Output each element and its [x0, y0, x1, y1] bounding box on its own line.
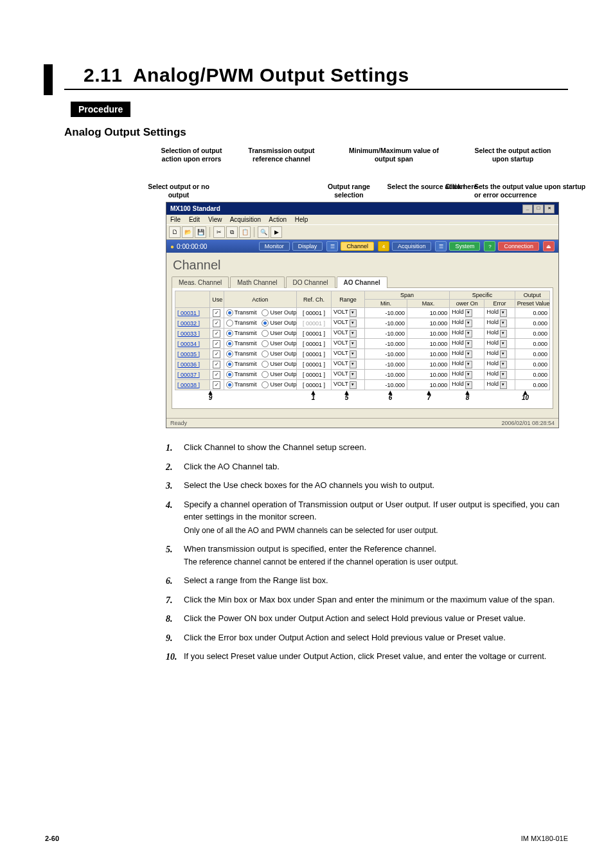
cell-ref[interactable]: [ 00001 ] [296, 359, 331, 370]
open-icon[interactable]: 📂 [182, 226, 193, 238]
cell-error[interactable]: Hold▾ [484, 380, 515, 390]
tab-math-channel[interactable]: Math Channel [230, 276, 284, 288]
cell-channel[interactable]: [ 00035 ] [175, 349, 210, 359]
menu-action[interactable]: Action [269, 216, 287, 223]
cell-ref[interactable]: [ 00001 ] [296, 329, 331, 339]
cell-preset[interactable]: 0.000 [515, 380, 549, 390]
cell-use[interactable]: ✓ [210, 349, 224, 359]
cell-min[interactable]: -10.000 [365, 380, 407, 390]
cell-use[interactable]: ✓ [210, 308, 224, 318]
cell-poweron[interactable]: Hold▾ [450, 370, 484, 380]
cell-error[interactable]: Hold▾ [484, 370, 515, 380]
nav-display-icon[interactable]: ☰ [326, 241, 338, 251]
cell-channel[interactable]: [ 00037 ] [175, 370, 210, 380]
cell-max[interactable]: 10.000 [407, 370, 450, 380]
menu-view[interactable]: View [208, 216, 222, 223]
nav-conn-icon[interactable]: ⏏ [543, 241, 555, 251]
tab-do-channel[interactable]: DO Channel [286, 276, 335, 288]
cell-channel[interactable]: [ 00032 ] [175, 318, 210, 329]
cell-min[interactable]: -10.000 [365, 329, 407, 339]
cell-action[interactable]: Transmit User Output [224, 318, 296, 329]
cell-channel[interactable]: [ 00034 ] [175, 339, 210, 349]
cell-error[interactable]: Hold▾ [484, 308, 515, 318]
cell-error[interactable]: Hold▾ [484, 359, 515, 370]
cell-action[interactable]: Transmit User Output [224, 359, 296, 370]
tab-meas-channel[interactable]: Meas. Channel [172, 276, 229, 288]
cell-action[interactable]: Transmit User Output [224, 349, 296, 359]
nav-system-icon[interactable]: ? [484, 241, 495, 251]
copy-icon[interactable]: ⧉ [226, 226, 238, 238]
cell-range[interactable]: VOLT▾ [332, 349, 365, 359]
cell-preset[interactable]: 0.000 [515, 370, 549, 380]
cell-min[interactable]: -10.000 [365, 318, 407, 329]
cell-preset[interactable]: 0.000 [515, 349, 549, 359]
close-button[interactable]: × [544, 204, 555, 213]
cell-min[interactable]: -10.000 [365, 359, 407, 370]
cell-use[interactable]: ✓ [210, 359, 224, 370]
cell-preset[interactable]: 0.000 [515, 308, 549, 318]
cell-use[interactable]: ✓ [210, 318, 224, 329]
cell-use[interactable]: ✓ [210, 339, 224, 349]
cell-action[interactable]: Transmit User Output [224, 339, 296, 349]
cell-max[interactable]: 10.000 [407, 349, 450, 359]
cell-range[interactable]: VOLT▾ [332, 370, 365, 380]
nav-monitor[interactable]: Monitor [259, 242, 290, 251]
cell-action[interactable]: Transmit User Output [224, 370, 296, 380]
cell-range[interactable]: VOLT▾ [332, 308, 365, 318]
menu-file[interactable]: File [170, 216, 181, 223]
tab-ao-channel[interactable]: AO Channel [337, 276, 387, 288]
cell-poweron[interactable]: Hold▾ [450, 308, 484, 318]
menu-help[interactable]: Help [295, 216, 308, 223]
cell-poweron[interactable]: Hold▾ [450, 349, 484, 359]
cell-error[interactable]: Hold▾ [484, 329, 515, 339]
nav-connection[interactable]: Connection [498, 242, 539, 251]
cell-action[interactable]: Transmit User Output [224, 380, 296, 390]
nav-acq-icon[interactable]: ☰ [435, 241, 447, 251]
nav-channel[interactable]: Channel [341, 242, 374, 251]
cell-error[interactable]: Hold▾ [484, 339, 515, 349]
cell-min[interactable]: -10.000 [365, 370, 407, 380]
cell-max[interactable]: 10.000 [407, 359, 450, 370]
nav-display[interactable]: Display [292, 242, 323, 251]
maximize-button[interactable]: □ [533, 204, 544, 213]
cell-max[interactable]: 10.000 [407, 308, 450, 318]
cell-min[interactable]: -10.000 [365, 349, 407, 359]
search-icon[interactable]: 🔍 [258, 226, 269, 238]
cell-poweron[interactable]: Hold▾ [450, 359, 484, 370]
cell-min[interactable]: -10.000 [365, 339, 407, 349]
save-icon[interactable]: 💾 [195, 226, 206, 238]
nav-channel-icon[interactable]: 4 [378, 241, 389, 251]
cell-preset[interactable]: 0.000 [515, 359, 549, 370]
menu-acquisition[interactable]: Acquisition [230, 216, 261, 223]
cell-range[interactable]: VOLT▾ [332, 339, 365, 349]
cell-range[interactable]: VOLT▾ [332, 318, 365, 329]
cell-poweron[interactable]: Hold▾ [450, 329, 484, 339]
cell-action[interactable]: Transmit User Output [224, 329, 296, 339]
cell-channel[interactable]: [ 00033 ] [175, 329, 210, 339]
minimize-button[interactable]: _ [522, 204, 533, 213]
cell-ref[interactable]: [ 00001 ] [296, 370, 331, 380]
play-icon[interactable]: ▶ [271, 226, 282, 238]
cell-ref[interactable]: [ 00001 ] [296, 349, 331, 359]
cell-preset[interactable]: 0.000 [515, 318, 549, 329]
cell-max[interactable]: 10.000 [407, 339, 450, 349]
cell-range[interactable]: VOLT▾ [332, 359, 365, 370]
nav-acquisition[interactable]: Acquisition [392, 242, 432, 251]
menu-edit[interactable]: Edit [189, 216, 200, 223]
cut-icon[interactable]: ✂ [213, 226, 225, 238]
cell-use[interactable]: ✓ [210, 370, 224, 380]
nav-system[interactable]: System [449, 242, 480, 251]
cell-error[interactable]: Hold▾ [484, 318, 515, 329]
cell-poweron[interactable]: Hold▾ [450, 339, 484, 349]
cell-channel[interactable]: [ 00036 ] [175, 359, 210, 370]
cell-poweron[interactable]: Hold▾ [450, 318, 484, 329]
cell-min[interactable]: -10.000 [365, 308, 407, 318]
cell-max[interactable]: 10.000 [407, 329, 450, 339]
new-icon[interactable]: 🗋 [169, 226, 181, 238]
cell-ref[interactable]: [ 00001 ] [296, 339, 331, 349]
paste-icon[interactable]: 📋 [239, 226, 251, 238]
cell-preset[interactable]: 0.000 [515, 339, 549, 349]
cell-channel[interactable]: [ 00038 ] [175, 380, 210, 390]
cell-channel[interactable]: [ 00031 ] [175, 308, 210, 318]
cell-range[interactable]: VOLT▾ [332, 329, 365, 339]
